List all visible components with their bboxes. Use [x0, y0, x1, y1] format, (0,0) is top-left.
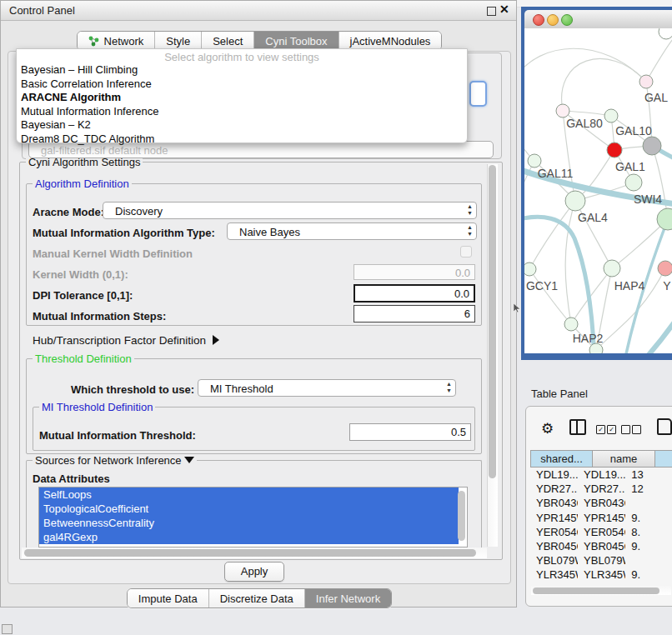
attribute-item[interactable]: SelfLoops [39, 488, 459, 502]
aracne-mode-combo[interactable]: Discovery ▲▼ [103, 202, 477, 219]
hub-definition-label: Hub/Transcription Factor Definition [33, 334, 206, 347]
vertical-scroll-thumb[interactable] [489, 165, 496, 478]
algorithm-option[interactable]: Bayesian – K2 [17, 118, 467, 132]
table-cell [625, 553, 672, 568]
node-label: GCY1 [526, 279, 558, 292]
tab-jactivemnodules[interactable]: jActiveMNodules [339, 32, 442, 50]
tab-impute-data[interactable]: Impute Data [128, 589, 209, 608]
table-row[interactable]: YPR145WYPR145W9. [530, 511, 672, 525]
node-label: GAL11 [538, 167, 574, 180]
algorithm-combo-focus-fragment[interactable] [469, 81, 487, 107]
tab-label: Style [166, 35, 190, 48]
kernel-width-field[interactable]: 0.0 [354, 264, 475, 280]
algorithm-option[interactable]: ARACNE Algorithm [17, 91, 467, 105]
attribute-item[interactable]: BetweennessCentrality [39, 516, 459, 530]
zoom-traffic-light-icon[interactable] [561, 14, 573, 26]
horizontal-scroll-thumb[interactable] [24, 549, 476, 557]
split-columns-icon[interactable] [569, 419, 586, 435]
hub-definition-toggle[interactable]: Hub/Transcription Factor Definition [33, 334, 219, 347]
network-node-gcy1[interactable] [524, 262, 536, 276]
close-traffic-light-icon[interactable] [533, 14, 544, 26]
data-attributes-label: Data Attributes [33, 472, 110, 485]
sources-group-title[interactable]: Sources for Network Inference [33, 454, 197, 467]
tab-cyni-toolbox[interactable]: Cyni Toolbox [254, 32, 339, 50]
table-row[interactable]: YIL052CYIL052C9. [530, 582, 672, 586]
aracne-mode-label: Aracne Mode: [33, 206, 104, 218]
network-node-gal10[interactable] [604, 109, 618, 122]
panel-horizontal-scrollbar[interactable] [22, 548, 487, 558]
table-scroll-thumb[interactable] [533, 588, 659, 594]
table-row[interactable]: YLR345WYLR345W9. [530, 568, 672, 582]
which-threshold-combo[interactable]: MI Threshold ▲▼ [198, 379, 456, 397]
manual-kernel-checkbox[interactable] [460, 246, 472, 258]
mi-threshold-field[interactable]: 0.5 [349, 423, 471, 441]
apply-button[interactable]: Apply [224, 562, 284, 582]
gear-icon[interactable]: ⚙ [541, 420, 554, 438]
which-threshold-label: Which threshold to use: [71, 383, 194, 396]
attribute-item[interactable]: gal4RGexp [39, 530, 459, 544]
node-table: shared...nameA YDL19...YDL19...13YDR27..… [530, 450, 672, 595]
attribute-item[interactable]: TopologicalCoefficient [39, 502, 459, 516]
network-node-gal11[interactable] [528, 154, 541, 168]
network-canvas[interactable]: GALGAL80GAL10GAL1GAL11SWI4GAL4GCY1HAP4YH… [524, 28, 672, 353]
algorithm-option[interactable]: Dream8 DC_TDC Algorithm [17, 132, 467, 147]
mi-steps-field[interactable]: 6 [354, 305, 475, 322]
table-horizontal-scrollbar[interactable] [531, 586, 671, 595]
network-node[interactable] [659, 28, 672, 39]
table-row[interactable]: YBL079WYBL079W [530, 553, 672, 568]
close-icon[interactable]: ✕ [499, 2, 509, 16]
network-node-hap2[interactable] [564, 318, 578, 331]
table-cell: YBL079W [578, 553, 625, 568]
table-row[interactable]: YBR045CYBR045C9. [530, 539, 672, 553]
table-cell: 9. [625, 539, 672, 553]
table-cell: YBR045C [578, 539, 625, 553]
network-edge [529, 269, 571, 324]
network-edge [563, 111, 611, 116]
show-all-columns-icon[interactable]: ✓✓ [596, 422, 618, 437]
algorithm-option[interactable]: Mutual Information Inference [17, 105, 467, 119]
network-node-gal80[interactable] [556, 104, 569, 118]
network-node-gal[interactable] [639, 75, 653, 88]
collapsed-panel-icon[interactable] [2, 624, 13, 634]
dpi-tolerance-field[interactable]: 0.0 [354, 284, 475, 302]
table-cell: YBR043C [530, 496, 578, 510]
network-edge [562, 58, 646, 111]
tab-select[interactable]: Select [202, 32, 254, 50]
tab-infer-network[interactable]: Infer Network [305, 589, 391, 608]
tab-style[interactable]: Style [155, 32, 202, 50]
hide-all-columns-icon[interactable] [621, 422, 643, 437]
node-label: HAP4 [614, 279, 645, 292]
network-node[interactable] [643, 137, 661, 155]
collapse-down-icon [184, 457, 194, 463]
table-row[interactable]: YER054CYER054C8. [530, 525, 672, 539]
column-header-a[interactable]: A [655, 450, 672, 468]
algorithm-option[interactable]: Basic Correlation Inference [17, 78, 467, 92]
column-header-shared-[interactable]: shared... [530, 450, 593, 468]
tab-discretize-data[interactable]: Discretize Data [209, 589, 305, 608]
tab-label: Cyni Toolbox [265, 35, 327, 48]
table-cell: YIL052C [578, 582, 625, 586]
minimize-traffic-light-icon[interactable] [547, 14, 559, 26]
network-node-gal4[interactable] [565, 191, 585, 211]
tab-network[interactable]: Network [78, 32, 156, 50]
network-node-gal1[interactable] [607, 142, 622, 158]
attribute-list-scrollbar[interactable] [458, 491, 465, 541]
export-table-icon[interactable] [657, 418, 672, 435]
data-attributes-list[interactable]: SelfLoopsTopologicalCoefficientBetweenne… [38, 487, 468, 548]
network-node-hap4[interactable] [604, 260, 620, 277]
network-node-swi4[interactable] [625, 174, 642, 191]
panel-vertical-scrollbar[interactable] [487, 164, 498, 547]
table-row[interactable]: YDR27...YDR27...12 [530, 482, 672, 496]
network-node[interactable] [589, 343, 603, 353]
network-window-titlebar[interactable] [524, 10, 672, 29]
node-label: SWI4 [634, 192, 662, 206]
mi-steps-label: Mutual Information Steps: [33, 310, 166, 322]
float-window-icon[interactable] [487, 7, 496, 16]
network-node-y[interactable] [658, 261, 672, 276]
table-row[interactable]: YDL19...YDL19...13 [530, 468, 672, 482]
column-header-name[interactable]: name [593, 450, 655, 468]
algorithm-option[interactable]: Bayesian – Hill Climbing [17, 63, 467, 78]
table-row[interactable]: YBR043CYBR043C [530, 496, 672, 510]
sources-title-text: Sources for Network Inference [35, 454, 182, 467]
mi-type-combo[interactable]: Naive Bayes ▲▼ [227, 222, 477, 240]
